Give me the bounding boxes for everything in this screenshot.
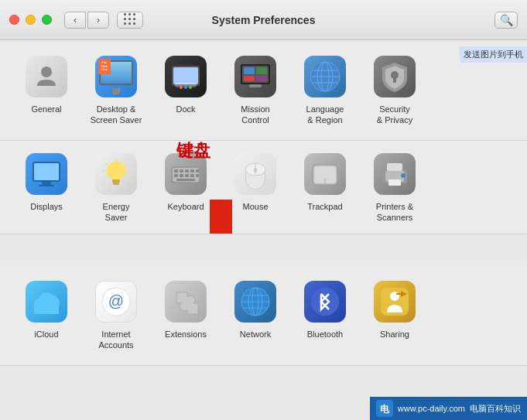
pref-bluetooth[interactable]: Bluetooth (290, 275, 360, 356)
language-label: Language& Region (306, 104, 344, 126)
svg-rect-64 (34, 302, 59, 314)
pref-desktop[interactable]: FileNewOne Desktop &Screen Saver (81, 50, 151, 131)
svg-rect-47 (196, 174, 199, 177)
back-button[interactable]: ‹ (64, 12, 86, 29)
sharing-label: Sharing (380, 329, 409, 340)
close-button[interactable] (9, 15, 19, 25)
displays-icon (24, 152, 69, 196)
pref-sharing[interactable]: Sharing (360, 275, 429, 356)
keyboard-label: Keyboard (167, 201, 204, 212)
mission-label: MissionControl (241, 104, 269, 126)
svg-text:电: 电 (380, 404, 390, 415)
search-button[interactable]: 🔍 (494, 12, 518, 29)
watermark-name-label: 电脑百科知识 (470, 403, 521, 415)
svg-rect-42 (196, 169, 199, 172)
desktop-label: Desktop &Screen Saver (91, 104, 142, 126)
svg-rect-45 (185, 174, 189, 177)
internet-label: InternetAccounts (98, 329, 133, 351)
pref-keyboard[interactable]: Keyboard (151, 147, 221, 228)
extensions-label: Extensions (165, 329, 207, 340)
window-title: System Preferences (212, 14, 316, 26)
grid-view-button[interactable] (117, 12, 143, 29)
traffic-lights (9, 15, 52, 25)
icloud-label: iCloud (34, 329, 58, 340)
pref-dock[interactable]: Dock (151, 50, 221, 131)
svg-rect-44 (180, 174, 183, 177)
mouse-icon (233, 152, 278, 196)
svg-point-60 (401, 173, 406, 178)
pref-displays[interactable]: Displays (12, 147, 81, 228)
displays-label: Displays (30, 201, 63, 212)
pref-printers[interactable]: Printers &Scanners (360, 147, 429, 228)
pref-mission[interactable]: MissionControl (221, 50, 290, 131)
svg-rect-25 (34, 163, 59, 180)
svg-rect-22 (393, 78, 396, 83)
trackpad-icon (303, 152, 347, 196)
svg-rect-9 (244, 67, 255, 74)
svg-rect-11 (244, 76, 255, 81)
dock-icon (163, 54, 208, 99)
watermark-logo-icon: 电 (376, 400, 393, 417)
forward-button[interactable]: › (87, 12, 109, 29)
svg-rect-48 (176, 179, 195, 181)
grid-dots-icon (124, 13, 137, 26)
svg-rect-12 (256, 76, 267, 81)
nav-buttons: ‹ › (64, 12, 109, 29)
printers-icon (372, 152, 417, 196)
pref-language[interactable]: Language& Region (290, 50, 360, 131)
svg-rect-40 (185, 169, 189, 172)
preferences-row-2: 键盘 Displays (0, 141, 527, 235)
desktop-icon: FileNewOne (94, 54, 139, 99)
svg-rect-43 (174, 174, 178, 177)
maximize-button[interactable] (42, 15, 52, 25)
preferences-row-1: General FileNewOne Desktop &Screen Saver (0, 40, 527, 141)
language-icon (303, 54, 347, 99)
svg-rect-38 (174, 169, 178, 172)
pref-network[interactable]: Network (221, 275, 290, 356)
sharing-icon (372, 279, 417, 324)
bluetooth-label: Bluetooth (307, 329, 343, 340)
pref-general[interactable]: General (12, 50, 81, 131)
energy-label: EnergySaver (103, 201, 130, 224)
svg-point-21 (391, 71, 399, 79)
svg-point-74 (311, 288, 339, 316)
svg-rect-27 (39, 185, 54, 186)
svg-rect-2 (173, 67, 198, 84)
watermark-right: 发送图片到手机 (460, 46, 527, 63)
pref-energy[interactable]: EnergySaver (81, 147, 151, 228)
svg-line-32 (125, 163, 126, 165)
mouse-label: Mouse (242, 201, 268, 212)
icloud-icon (24, 279, 69, 324)
svg-point-28 (107, 162, 125, 180)
network-label: Network (240, 329, 271, 340)
svg-rect-26 (42, 182, 51, 185)
pref-icloud[interactable]: iCloud (12, 275, 81, 356)
svg-text:@: @ (108, 292, 124, 309)
keyboard-icon (163, 152, 208, 196)
svg-line-34 (106, 163, 108, 165)
pref-mouse[interactable]: Mouse (221, 147, 290, 228)
svg-rect-29 (112, 179, 120, 183)
minimize-button[interactable] (26, 15, 36, 25)
internet-icon: @ (94, 279, 139, 324)
svg-rect-30 (113, 183, 119, 185)
svg-point-6 (189, 86, 192, 89)
pref-extensions[interactable]: Extensions (151, 275, 221, 356)
extensions-icon (163, 279, 208, 324)
pref-trackpad[interactable]: Trackpad (290, 147, 360, 228)
svg-rect-41 (190, 169, 194, 172)
svg-rect-39 (180, 169, 183, 172)
printers-label: Printers &Scanners (376, 201, 413, 224)
pref-internet[interactable]: @ InternetAccounts (81, 275, 151, 356)
network-icon (233, 279, 278, 324)
energy-icon (94, 152, 139, 196)
svg-point-4 (180, 86, 183, 89)
svg-rect-59 (388, 179, 401, 186)
watermark-site-label: www.pc-daily.com (398, 404, 465, 413)
titlebar: ‹ › System Preferences 🔍 (0, 0, 527, 40)
pref-security[interactable]: Security& Privacy (360, 50, 429, 131)
bluetooth-icon (303, 279, 347, 324)
svg-rect-58 (387, 163, 402, 171)
mission-icon (233, 54, 278, 99)
svg-rect-52 (254, 168, 257, 172)
